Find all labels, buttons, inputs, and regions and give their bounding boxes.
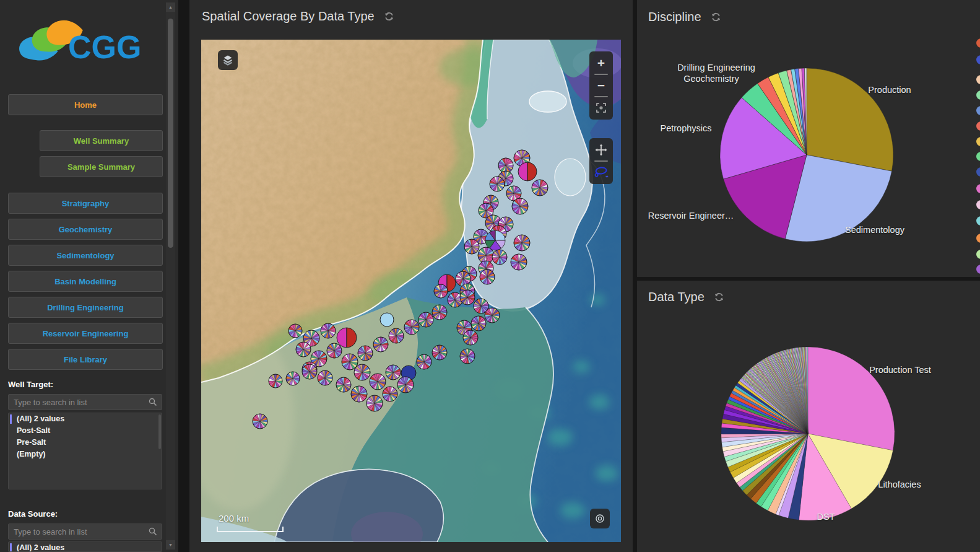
- map-pie-marker[interactable]: [327, 343, 342, 358]
- scroll-up-icon[interactable]: ▲: [166, 2, 175, 12]
- list-item[interactable]: (Empty): [9, 449, 162, 460]
- map-pie-marker[interactable]: [498, 158, 513, 173]
- map-pie-marker[interactable]: [511, 254, 527, 270]
- pie-slice[interactable]: [808, 347, 895, 450]
- sidebar-item-well-summary[interactable]: Well Summary: [40, 130, 163, 151]
- map-pie-marker[interactable]: [434, 284, 448, 298]
- map-pie-marker[interactable]: [460, 290, 475, 305]
- discipline-chart: Drilling EngineeringGeochemistryPetrophy…: [637, 0, 980, 279]
- app-window: CGG Home Well SummarySample Summary Stra…: [0, 0, 980, 552]
- refresh-icon[interactable]: [383, 11, 395, 22]
- map-pie-marker[interactable]: [336, 377, 351, 392]
- list-item[interactable]: (All) 2 values: [9, 542, 162, 552]
- sidebar-item-home[interactable]: Home: [8, 94, 163, 115]
- map-pie-marker[interactable]: [354, 364, 370, 380]
- well-target-search-input[interactable]: [9, 398, 147, 407]
- map-pie-marker[interactable]: [351, 386, 367, 402]
- map-pie-marker[interactable]: [471, 316, 486, 331]
- map-pie-marker[interactable]: [397, 377, 414, 393]
- discipline-pie[interactable]: [637, 0, 980, 279]
- map-pie-marker[interactable]: [514, 235, 530, 251]
- sidebar-scrollbar[interactable]: ▲ ▼: [166, 2, 175, 550]
- map-zoom-control: + −: [589, 51, 613, 120]
- search-icon: [147, 397, 159, 407]
- map-pie-marker[interactable]: [373, 337, 388, 352]
- list-item[interactable]: Post-Salt: [9, 425, 162, 437]
- sidebar-item-sample-summary[interactable]: Sample Summary: [40, 156, 163, 177]
- scroll-down-icon[interactable]: ▼: [166, 540, 175, 550]
- cgg-logo: CGG: [11, 11, 160, 73]
- map[interactable]: + −: [201, 40, 621, 542]
- map-pie-marker[interactable]: [417, 354, 431, 369]
- data-source-label: Data Source:: [8, 509, 58, 519]
- map-pie-marker[interactable]: [269, 374, 282, 388]
- map-pie-marker[interactable]: [383, 387, 397, 401]
- map-panel: Spatial Coverage By Data Type: [189, 0, 633, 552]
- lasso-icon: [594, 166, 609, 178]
- data-source-search[interactable]: [8, 524, 162, 540]
- layers-icon: [222, 54, 234, 66]
- sidebar-item-stratigraphy[interactable]: Stratigraphy: [8, 193, 163, 214]
- sidebar-item-file-library[interactable]: File Library: [8, 349, 163, 370]
- map-pie-marker[interactable]: [492, 250, 507, 265]
- map-pie-marker[interactable]: [380, 313, 394, 326]
- map-pie-marker[interactable]: [370, 374, 386, 390]
- map-scale-bar: [217, 527, 284, 532]
- map-pie-marker[interactable]: [532, 180, 548, 196]
- map-pie-marker[interactable]: [318, 370, 332, 385]
- map-pie-marker[interactable]: [418, 312, 433, 327]
- sidebar-item-drilling-engineering[interactable]: Drilling Engineering: [8, 297, 163, 318]
- map-pie-marker[interactable]: [464, 239, 479, 254]
- reset-view-button[interactable]: [589, 97, 613, 118]
- lasso-button[interactable]: [589, 162, 613, 183]
- well-target-list[interactable]: (All) 2 valuesPost-SaltPre-Salt(Empty): [8, 413, 162, 489]
- map-pie-marker[interactable]: [404, 320, 419, 335]
- map-pie-marker[interactable]: [389, 328, 404, 343]
- map-pie-marker[interactable]: [337, 328, 357, 348]
- layers-button[interactable]: [218, 50, 238, 70]
- sidebar-item-basin-modelling[interactable]: Basin Modelling: [8, 271, 163, 292]
- map-pie-marker[interactable]: [253, 414, 267, 429]
- map-panel-header: Spatial Coverage By Data Type: [202, 9, 395, 24]
- map-pie-marker[interactable]: [480, 269, 495, 284]
- charts-panel: Discipline Drilling EngineeringGeochemis…: [637, 0, 980, 552]
- well-target-label: Well Target:: [8, 380, 53, 389]
- map-pie-marker[interactable]: [518, 162, 537, 181]
- scrollbar-thumb[interactable]: [168, 19, 173, 248]
- well-target-search[interactable]: [8, 394, 162, 410]
- map-pie-marker[interactable]: [288, 324, 302, 338]
- pie-slice[interactable]: [807, 68, 893, 171]
- zoom-out-button[interactable]: −: [589, 75, 613, 96]
- map-pie-marker[interactable]: [463, 330, 478, 345]
- map-pie-marker[interactable]: [490, 177, 505, 191]
- map-pie-marker[interactable]: [366, 395, 383, 411]
- data-source-list[interactable]: (All) 2 values: [8, 541, 162, 552]
- map-canvas[interactable]: [201, 40, 621, 542]
- map-panel-title: Spatial Coverage By Data Type: [202, 9, 375, 24]
- map-pie-marker[interactable]: [512, 198, 528, 214]
- sidebar-item-reservoir-engineering[interactable]: Reservoir Engineering: [8, 323, 163, 344]
- datatype-chart: Production TestLithofaciesDST: [637, 279, 980, 552]
- map-pie-marker[interactable]: [432, 305, 447, 320]
- center-view-icon: [596, 102, 607, 113]
- map-pie-marker[interactable]: [358, 346, 373, 361]
- list-item[interactable]: Pre-Salt: [9, 437, 162, 449]
- map-pie-marker[interactable]: [460, 349, 475, 364]
- map-pie-marker[interactable]: [286, 372, 300, 385]
- datatype-pie[interactable]: [637, 279, 980, 552]
- data-source-search-input[interactable]: [9, 527, 147, 537]
- map-pie-marker[interactable]: [321, 323, 336, 338]
- zoom-in-button[interactable]: +: [589, 53, 613, 74]
- sidebar-item-geochemistry[interactable]: Geochemistry: [8, 219, 163, 240]
- pan-button[interactable]: [589, 139, 613, 160]
- map-pie-marker[interactable]: [432, 345, 447, 360]
- map-pie-marker[interactable]: [485, 308, 500, 323]
- pan-icon: [595, 144, 607, 156]
- list-item[interactable]: (All) 2 values: [9, 413, 162, 425]
- map-pie-marker[interactable]: [296, 342, 311, 357]
- sidebar-item-sedimentology[interactable]: Sedimentology: [8, 245, 163, 266]
- attribution-button[interactable]: [590, 509, 610, 528]
- map-pie-marker[interactable]: [386, 365, 401, 380]
- map-pie-marker[interactable]: [302, 364, 317, 379]
- map-scale-label: 200 km: [219, 513, 249, 524]
